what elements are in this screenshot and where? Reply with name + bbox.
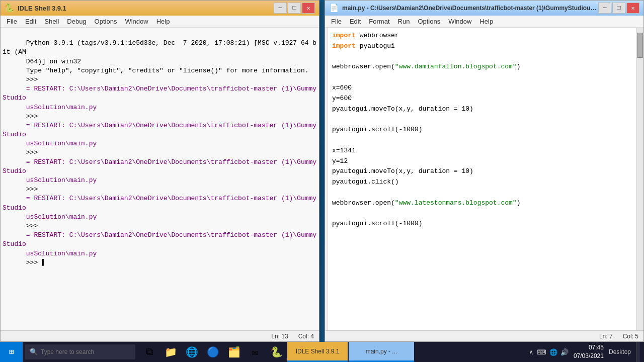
idle-icon: 🐍 [5, 3, 15, 13]
idle-maximize-button[interactable]: □ [288, 3, 301, 14]
editor-maximize-button[interactable]: □ [612, 3, 625, 14]
keyboard-icon: ⌨ [537, 348, 546, 356]
shell-prompt-6: >>> [26, 259, 42, 266]
chrome-icon: 🔵 [207, 346, 219, 358]
idle-taskbar-app[interactable]: IDLE Shell 3.9.1 [287, 342, 348, 362]
editor-window: 📄 main.py - C:\Users\Damian2\OneDrive\Do… [325, 0, 644, 342]
editor-titlebar[interactable]: 📄 main.py - C:\Users\Damian2\OneDrive\Do… [325, 1, 643, 16]
idle-menu-help[interactable]: Help [152, 17, 174, 26]
search-input[interactable] [41, 348, 130, 355]
editor-menu-edit[interactable]: Edit [346, 17, 365, 26]
taskview-button[interactable]: ⧉ [139, 342, 159, 362]
restart-line-2: usSolution\main.py [26, 104, 97, 111]
taskview-icon: ⧉ [146, 346, 153, 358]
shell-prompt-2: >>> [26, 113, 42, 120]
shell-prompt-3: >>> [26, 149, 42, 156]
system-tray-icons: ∧ ⌨ 🌐 🔊 [529, 348, 569, 356]
editor-code-area[interactable]: import webbrowser import pyautogui webbr… [328, 28, 636, 330]
fileexplorer-button[interactable]: 📁 [160, 342, 181, 362]
code-line-3 [332, 52, 632, 62]
editor-icon: 📄 [329, 3, 339, 13]
desktop-label[interactable]: Desktop [609, 348, 631, 355]
idle-shell-titlebar[interactable]: 🐍 IDLE Shell 3.9.1 — □ ✕ [1, 1, 319, 16]
start-button[interactable]: ⊞ [0, 342, 23, 362]
code-line-13: y=12 [332, 156, 632, 167]
cursor-blink: ▌ [42, 259, 46, 266]
shell-prompt-4: >>> [26, 186, 42, 193]
scroll-track [637, 28, 644, 330]
restart-line-5: = RESTART: C:\Users\Damian2\OneDrive\Doc… [3, 158, 316, 175]
editor-taskbar-app[interactable]: main.py - ... [349, 342, 414, 362]
code-line-17: webbrowser.open("www.latestonmars.blogsp… [332, 198, 632, 209]
restart-line-4: usSolution\main.py [26, 140, 97, 147]
editor-title: main.py - C:\Users\Damian2\OneDrive\Docu… [342, 5, 598, 12]
idle-menu-debug[interactable]: Debug [63, 17, 90, 26]
network-icon[interactable]: 🌐 [549, 348, 557, 356]
python-button[interactable]: 🐍 [266, 342, 286, 362]
chrome-button[interactable]: 🔵 [203, 342, 223, 362]
code-line-8: pyautogui.moveTo(x,y, duration = 10) [332, 104, 632, 115]
desktop: 🐍 IDLE Shell 3.9.1 — □ ✕ File Edit Shell… [0, 0, 644, 362]
code-line-18 [332, 209, 632, 219]
editor-scrollbar[interactable] [636, 28, 643, 330]
idle-shell-statusbar: Ln: 13 Col: 4 [1, 330, 319, 341]
idle-menu-window[interactable]: Window [121, 17, 152, 26]
editor-menu-options[interactable]: Options [414, 17, 444, 26]
shell-prompt-1: >>> [26, 76, 42, 83]
restart-line-1: = RESTART: C:\Users\Damian2\OneDrive\Doc… [3, 85, 316, 102]
taskbar-right: ∧ ⌨ 🌐 🔊 07:45 07/03/2021 Desktop [529, 342, 644, 362]
shell-output-2: D64)] on win32 [26, 58, 81, 65]
python-icon: 🐍 [270, 346, 283, 358]
restart-line-8: usSolution\main.py [26, 213, 97, 221]
editor-menu-help[interactable]: Help [475, 17, 497, 26]
code-line-11 [332, 135, 632, 146]
filemanager-icon: 🗂️ [228, 346, 240, 358]
expand-tray-icon[interactable]: ∧ [529, 348, 534, 356]
editor-menu-run[interactable]: Run [394, 17, 414, 26]
code-line-15: pyautogui.click() [332, 177, 632, 188]
idle-col: Col: 4 [298, 333, 314, 340]
editor-ln: Ln: 7 [599, 333, 613, 340]
idle-close-button[interactable]: ✕ [302, 3, 315, 14]
code-line-14: pyautogui.moveTo(x,y, duration = 10) [332, 166, 632, 177]
editor-menu-format[interactable]: Format [365, 17, 393, 26]
editor-close-button[interactable]: ✕ [626, 3, 639, 14]
fileexplorer-icon: 📁 [165, 346, 177, 358]
editor-menu-window[interactable]: Window [444, 17, 475, 26]
edge-button[interactable]: 🌐 [182, 342, 202, 362]
idle-taskbar-label: IDLE Shell 3.9.1 [296, 348, 340, 355]
restart-line-10: usSolution\main.py [26, 250, 97, 257]
shell-output-1: Python 3.9.1 (tags/v3.9.1:1e5d33e, Dec 7… [3, 39, 316, 56]
idle-menu-shell[interactable]: Shell [40, 17, 63, 26]
editor-menu-file[interactable]: File [327, 17, 346, 26]
restart-line-3: = RESTART: C:\Users\Damian2\OneDrive\Doc… [3, 122, 316, 138]
idle-shell-controls: — □ ✕ [274, 3, 315, 14]
clock-date: 07/03/2021 [574, 352, 604, 360]
idle-menu-options[interactable]: Options [91, 17, 121, 26]
idle-shell-title: IDLE Shell 3.9.1 [18, 5, 274, 12]
restart-line-6: usSolution\main.py [26, 176, 97, 184]
shell-output-3: Type "help", "copyright", "credits" or "… [26, 67, 309, 74]
show-desktop-button[interactable] [636, 342, 640, 362]
idle-minimize-button[interactable]: — [274, 3, 287, 14]
idle-menu-edit[interactable]: Edit [21, 17, 40, 26]
editor-taskbar-label: main.py - ... [366, 348, 397, 355]
windows-icon: ⊞ [9, 347, 14, 357]
volume-icon[interactable]: 🔊 [560, 348, 569, 356]
taskbar-datetime[interactable]: 07:45 07/03/2021 [574, 343, 604, 360]
mail-icon: ✉️ [252, 346, 258, 358]
code-line-10: pyautogui.scroll(-1000) [332, 125, 632, 135]
mail-button[interactable]: ✉️ [245, 342, 265, 362]
code-line-5 [332, 72, 632, 83]
code-line-7: y=600 [332, 94, 632, 104]
taskbar-search[interactable]: 🔍 [25, 344, 135, 359]
idle-menu-file[interactable]: File [3, 17, 21, 26]
editor-minimize-button[interactable]: — [598, 3, 611, 14]
filemanager-button[interactable]: 🗂️ [224, 342, 244, 362]
idle-shell-content[interactable]: Python 3.9.1 (tags/v3.9.1:1e5d33e, Dec 7… [1, 28, 319, 330]
code-line-19: pyautogui.scroll(-1000) [332, 219, 632, 229]
search-icon: 🔍 [30, 348, 38, 356]
scroll-thumb[interactable] [637, 33, 643, 58]
editor-body: import webbrowser import pyautogui webbr… [325, 28, 643, 330]
code-line-9 [332, 114, 632, 125]
